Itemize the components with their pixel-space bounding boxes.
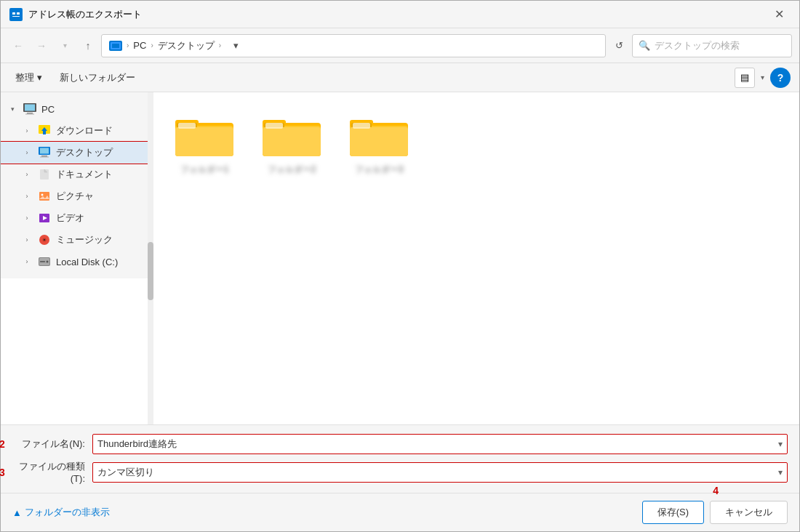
help-button[interactable]: ? <box>770 68 791 88</box>
address-path[interactable]: › PC › デスクトップ › ▾ <box>101 34 606 57</box>
sidebar-item-music[interactable]: › ミュージック <box>1 229 153 251</box>
svg-rect-2 <box>17 12 20 15</box>
save-button[interactable]: 保存(S) <box>642 501 704 524</box>
bottom-section: 2 ファイル名(N): ▾ 3 ファイルの種類(T): カンマ区切り ▾ <box>1 424 799 493</box>
pictures-expand-arrow: › <box>21 190 33 202</box>
address-dropdown-button[interactable]: ▾ <box>225 34 246 57</box>
svg-rect-42 <box>265 123 283 129</box>
new-folder-label: 新しいフォルダー <box>60 71 135 84</box>
folder-item-1[interactable]: フォルダー1 <box>168 107 241 182</box>
filetype-dropdown-arrow[interactable]: ▾ <box>778 467 783 477</box>
pictures-icon <box>37 189 52 203</box>
music-icon <box>37 233 52 247</box>
sidebar-item-downloads[interactable]: › ダウンロード <box>1 120 153 142</box>
cancel-button[interactable]: キャンセル <box>710 501 788 524</box>
svg-rect-48 <box>353 123 370 129</box>
forward-button[interactable]: → <box>31 36 52 56</box>
history-dropdown-button[interactable]: ▾ <box>55 36 75 56</box>
svg-rect-1 <box>12 12 15 15</box>
path-desktop: デスクトップ <box>158 39 215 52</box>
filename-input[interactable] <box>97 439 778 450</box>
pc-label: PC <box>41 104 55 115</box>
svg-rect-41 <box>263 127 321 156</box>
refresh-button[interactable]: ↺ <box>609 36 629 56</box>
music-expand-arrow: › <box>21 234 33 246</box>
svg-rect-35 <box>175 127 233 156</box>
localdisk-icon <box>37 254 52 269</box>
videos-icon <box>37 211 52 225</box>
desktop-icon <box>37 145 52 160</box>
search-box[interactable]: 🔍 デスクトップの検索 <box>632 34 792 57</box>
filetype-row: 3 ファイルの種類(T): カンマ区切り ▾ <box>12 460 788 484</box>
organize-arrow: ▾ <box>37 72 42 83</box>
folder-icon-3 <box>350 113 408 159</box>
sidebar-item-desktop[interactable]: 1 › デスクトップ <box>1 142 153 164</box>
filename-input-wrapper: ▾ <box>92 434 788 454</box>
view-button[interactable]: ▤ <box>735 68 755 88</box>
svg-rect-47 <box>350 127 408 156</box>
pc-icon <box>23 102 37 116</box>
filetype-value: カンマ区切り <box>97 466 778 479</box>
back-button[interactable]: ← <box>8 36 28 56</box>
main-area: ▾ PC › ダウンロード 1 › <box>1 92 799 424</box>
annotation-2: 2 <box>0 438 5 450</box>
dialog-window: アドレス帳のエクスポート ✕ ← → ▾ ↑ › PC › デスクトップ › ▾… <box>0 0 800 532</box>
sidebar-item-videos[interactable]: › ビデオ <box>1 207 153 229</box>
svg-rect-0 <box>11 9 21 20</box>
svg-rect-14 <box>40 148 49 154</box>
sidebar-item-documents[interactable]: › ドキュメント <box>1 164 153 185</box>
close-button[interactable]: ✕ <box>767 4 791 25</box>
organize-button[interactable]: 整理 ▾ <box>9 68 48 87</box>
svg-rect-10 <box>25 114 34 115</box>
new-folder-button[interactable]: 新しいフォルダー <box>54 68 141 87</box>
svg-rect-8 <box>25 105 35 111</box>
hide-folders-button[interactable]: ▲ フォルダーの非表示 <box>12 506 110 519</box>
svg-point-20 <box>41 194 44 196</box>
hide-folders-label: フォルダーの非表示 <box>25 506 110 519</box>
filename-label: ファイル名(N): <box>12 438 92 451</box>
sidebar-item-localdisk[interactable]: › Local Disk (C:) <box>1 251 153 273</box>
svg-point-29 <box>47 261 49 263</box>
annotation-4: 4 <box>713 485 719 496</box>
music-label: ミュージック <box>56 233 113 246</box>
folder-label-1: フォルダー1 <box>180 164 229 176</box>
sidebar-item-pc[interactable]: ▾ PC <box>1 98 153 120</box>
svg-rect-3 <box>12 16 20 17</box>
up-button[interactable]: ↑ <box>78 36 98 56</box>
svg-rect-6 <box>112 44 119 48</box>
filetype-input-wrapper[interactable]: カンマ区切り ▾ <box>92 462 788 483</box>
folder-icon-2 <box>263 113 321 159</box>
desktop-label: デスクトップ <box>56 146 113 159</box>
sidebar-scrollbar[interactable] <box>148 92 153 424</box>
svg-rect-30 <box>40 261 45 262</box>
svg-rect-15 <box>41 156 47 157</box>
localdisk-label: Local Disk (C:) <box>56 257 118 267</box>
view-icon: ▤ <box>740 72 749 83</box>
svg-rect-9 <box>27 113 33 114</box>
filename-dropdown-arrow[interactable]: ▾ <box>778 439 783 449</box>
downloads-expand-arrow: › <box>21 125 33 137</box>
title-bar: アドレス帳のエクスポート ✕ <box>1 1 799 28</box>
localdisk-expand-arrow: › <box>21 256 33 267</box>
pc-expand-arrow: ▾ <box>7 103 18 115</box>
address-bar: ← → ▾ ↑ › PC › デスクトップ › ▾ ↺ 🔍 デスクトップの検索 <box>1 28 799 63</box>
svg-rect-19 <box>39 192 49 201</box>
folder-label-2: フォルダー2 <box>268 164 316 176</box>
hide-folders-icon: ▲ <box>12 507 22 518</box>
folder-item-2[interactable]: フォルダー2 <box>255 107 328 182</box>
downloads-label: ダウンロード <box>56 124 113 137</box>
footer: ▲ フォルダーの非表示 4 保存(S) キャンセル <box>1 493 799 531</box>
title-bar-title: アドレス帳のエクスポート <box>28 8 767 21</box>
svg-point-26 <box>44 239 45 241</box>
folder-item-3[interactable]: フォルダー3 <box>343 107 415 182</box>
pictures-label: ピクチャ <box>56 190 94 203</box>
path-icon <box>109 41 122 51</box>
path-pc: PC <box>133 40 146 51</box>
view-dropdown[interactable]: ▾ <box>761 73 764 81</box>
title-bar-icon <box>9 8 23 21</box>
search-placeholder: デスクトップの検索 <box>655 39 740 52</box>
sidebar-item-pictures[interactable]: › ピクチャ <box>1 185 153 207</box>
toolbar: 整理 ▾ 新しいフォルダー ▤ ▾ ? <box>1 63 799 92</box>
videos-label: ビデオ <box>56 211 84 225</box>
search-icon: 🔍 <box>639 40 650 51</box>
